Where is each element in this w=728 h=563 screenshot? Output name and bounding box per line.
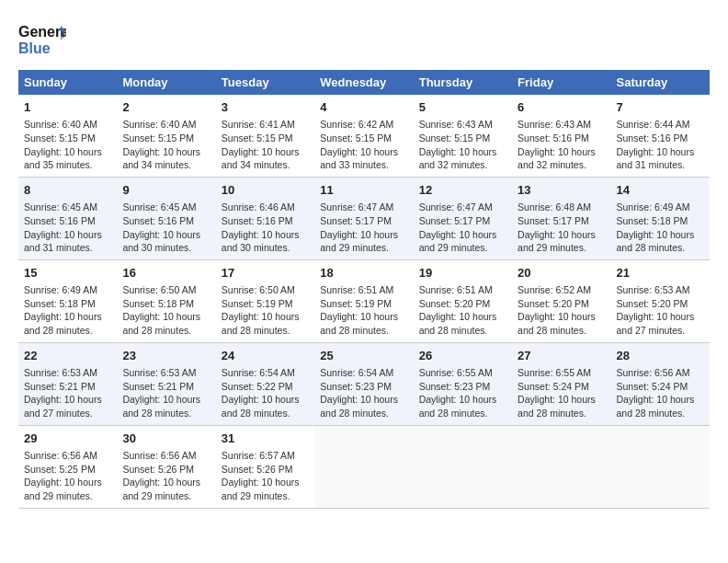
- calendar-cell: 30Sunrise: 6:56 AM Sunset: 5:26 PM Dayli…: [117, 425, 215, 508]
- day-number: 16: [122, 265, 210, 282]
- day-number: 1: [24, 99, 111, 116]
- calendar-cell: 14Sunrise: 6:49 AM Sunset: 5:18 PM Dayli…: [611, 177, 710, 259]
- page-header: General Blue: [18, 18, 710, 55]
- day-number: 29: [24, 431, 111, 447]
- calendar-week-row: 8Sunrise: 6:45 AM Sunset: 5:16 PM Daylig…: [18, 177, 710, 259]
- day-info: Sunrise: 6:45 AM Sunset: 5:16 PM Dayligh…: [122, 201, 210, 255]
- calendar-cell: 10Sunrise: 6:46 AM Sunset: 5:16 PM Dayli…: [216, 177, 314, 259]
- calendar-cell: 3Sunrise: 6:41 AM Sunset: 5:15 PM Daylig…: [216, 95, 314, 177]
- weekday-label: Wednesday: [314, 70, 413, 95]
- day-info: Sunrise: 6:47 AM Sunset: 5:17 PM Dayligh…: [419, 201, 506, 255]
- calendar-cell: 4Sunrise: 6:42 AM Sunset: 5:15 PM Daylig…: [314, 95, 413, 177]
- day-number: 3: [222, 99, 309, 116]
- svg-text:General: General: [18, 24, 66, 40]
- day-number: 31: [222, 431, 309, 447]
- weekday-label: Monday: [117, 70, 215, 95]
- day-info: Sunrise: 6:44 AM Sunset: 5:16 PM Dayligh…: [617, 118, 704, 172]
- day-number: 10: [222, 182, 309, 199]
- day-number: 9: [122, 182, 210, 199]
- day-info: Sunrise: 6:47 AM Sunset: 5:17 PM Dayligh…: [320, 201, 407, 255]
- calendar-cell: 13Sunrise: 6:48 AM Sunset: 5:17 PM Dayli…: [512, 177, 610, 259]
- day-info: Sunrise: 6:54 AM Sunset: 5:23 PM Dayligh…: [320, 366, 407, 420]
- day-info: Sunrise: 6:43 AM Sunset: 5:16 PM Dayligh…: [518, 118, 605, 172]
- weekday-label: Friday: [512, 70, 610, 95]
- day-info: Sunrise: 6:56 AM Sunset: 5:26 PM Dayligh…: [122, 449, 210, 503]
- day-number: 6: [518, 99, 605, 116]
- day-info: Sunrise: 6:55 AM Sunset: 5:23 PM Dayligh…: [419, 366, 506, 420]
- day-info: Sunrise: 6:53 AM Sunset: 5:21 PM Dayligh…: [122, 366, 210, 420]
- weekday-label: Tuesday: [216, 70, 314, 95]
- calendar-cell: [414, 425, 512, 508]
- weekday-label: Sunday: [18, 70, 117, 95]
- day-info: Sunrise: 6:51 AM Sunset: 5:19 PM Dayligh…: [320, 283, 407, 338]
- calendar-cell: 12Sunrise: 6:47 AM Sunset: 5:17 PM Dayli…: [414, 177, 512, 259]
- day-number: 18: [320, 265, 407, 282]
- day-number: 21: [617, 265, 704, 282]
- day-info: Sunrise: 6:46 AM Sunset: 5:16 PM Dayligh…: [222, 201, 309, 255]
- calendar-cell: 25Sunrise: 6:54 AM Sunset: 5:23 PM Dayli…: [314, 342, 413, 425]
- day-info: Sunrise: 6:52 AM Sunset: 5:20 PM Dayligh…: [518, 283, 605, 338]
- weekday-header-row: SundayMondayTuesdayWednesdayThursdayFrid…: [18, 70, 710, 95]
- day-info: Sunrise: 6:50 AM Sunset: 5:19 PM Dayligh…: [222, 283, 309, 338]
- day-info: Sunrise: 6:53 AM Sunset: 5:21 PM Dayligh…: [24, 366, 111, 420]
- calendar-cell: 16Sunrise: 6:50 AM Sunset: 5:18 PM Dayli…: [117, 259, 215, 342]
- day-number: 15: [24, 265, 111, 282]
- svg-text:Blue: Blue: [18, 40, 51, 56]
- logo-icon: General Blue: [18, 18, 63, 55]
- calendar-cell: [512, 425, 610, 508]
- day-info: Sunrise: 6:55 AM Sunset: 5:24 PM Dayligh…: [518, 366, 605, 420]
- calendar-cell: 5Sunrise: 6:43 AM Sunset: 5:15 PM Daylig…: [414, 95, 512, 177]
- calendar-cell: 27Sunrise: 6:55 AM Sunset: 5:24 PM Dayli…: [512, 342, 610, 425]
- day-number: 30: [122, 431, 210, 447]
- calendar-cell: 9Sunrise: 6:45 AM Sunset: 5:16 PM Daylig…: [117, 177, 215, 259]
- calendar-cell: 28Sunrise: 6:56 AM Sunset: 5:24 PM Dayli…: [611, 342, 710, 425]
- day-info: Sunrise: 6:53 AM Sunset: 5:20 PM Dayligh…: [617, 283, 704, 338]
- day-info: Sunrise: 6:54 AM Sunset: 5:22 PM Dayligh…: [222, 366, 309, 420]
- day-info: Sunrise: 6:49 AM Sunset: 5:18 PM Dayligh…: [24, 283, 111, 338]
- day-number: 12: [419, 182, 506, 199]
- calendar-cell: 17Sunrise: 6:50 AM Sunset: 5:19 PM Dayli…: [216, 259, 314, 342]
- calendar-cell: 6Sunrise: 6:43 AM Sunset: 5:16 PM Daylig…: [512, 95, 610, 177]
- calendar-table: SundayMondayTuesdayWednesdayThursdayFrid…: [18, 70, 710, 509]
- calendar-cell: 24Sunrise: 6:54 AM Sunset: 5:22 PM Dayli…: [216, 342, 314, 425]
- calendar-cell: 7Sunrise: 6:44 AM Sunset: 5:16 PM Daylig…: [611, 95, 710, 177]
- calendar-cell: 19Sunrise: 6:51 AM Sunset: 5:20 PM Dayli…: [414, 259, 512, 342]
- day-number: 7: [617, 99, 704, 116]
- day-number: 26: [419, 348, 506, 364]
- calendar-body: 1Sunrise: 6:40 AM Sunset: 5:15 PM Daylig…: [18, 95, 710, 508]
- day-info: Sunrise: 6:43 AM Sunset: 5:15 PM Dayligh…: [419, 118, 506, 172]
- calendar-week-row: 15Sunrise: 6:49 AM Sunset: 5:18 PM Dayli…: [18, 259, 710, 342]
- day-number: 2: [122, 99, 210, 116]
- day-info: Sunrise: 6:50 AM Sunset: 5:18 PM Dayligh…: [122, 283, 210, 338]
- day-info: Sunrise: 6:56 AM Sunset: 5:25 PM Dayligh…: [24, 449, 111, 503]
- weekday-label: Saturday: [611, 70, 710, 95]
- calendar-cell: [611, 425, 710, 508]
- calendar-cell: 8Sunrise: 6:45 AM Sunset: 5:16 PM Daylig…: [18, 177, 117, 259]
- day-number: 23: [122, 348, 210, 364]
- day-info: Sunrise: 6:40 AM Sunset: 5:15 PM Dayligh…: [24, 118, 111, 172]
- day-info: Sunrise: 6:42 AM Sunset: 5:15 PM Dayligh…: [320, 118, 407, 172]
- day-info: Sunrise: 6:57 AM Sunset: 5:26 PM Dayligh…: [222, 449, 309, 503]
- calendar-cell: 20Sunrise: 6:52 AM Sunset: 5:20 PM Dayli…: [512, 259, 610, 342]
- calendar-cell: 29Sunrise: 6:56 AM Sunset: 5:25 PM Dayli…: [18, 425, 117, 508]
- day-number: 24: [222, 348, 309, 364]
- day-info: Sunrise: 6:48 AM Sunset: 5:17 PM Dayligh…: [518, 201, 605, 255]
- day-number: 13: [518, 182, 605, 199]
- calendar-cell: 1Sunrise: 6:40 AM Sunset: 5:15 PM Daylig…: [18, 95, 117, 177]
- calendar-week-row: 1Sunrise: 6:40 AM Sunset: 5:15 PM Daylig…: [18, 95, 710, 177]
- calendar-cell: 2Sunrise: 6:40 AM Sunset: 5:15 PM Daylig…: [117, 95, 215, 177]
- logo: General Blue: [18, 18, 66, 55]
- weekday-label: Thursday: [414, 70, 512, 95]
- day-info: Sunrise: 6:45 AM Sunset: 5:16 PM Dayligh…: [24, 201, 111, 255]
- calendar-cell: 31Sunrise: 6:57 AM Sunset: 5:26 PM Dayli…: [216, 425, 314, 508]
- day-info: Sunrise: 6:49 AM Sunset: 5:18 PM Dayligh…: [617, 201, 704, 255]
- day-number: 25: [320, 348, 407, 364]
- calendar-cell: 18Sunrise: 6:51 AM Sunset: 5:19 PM Dayli…: [314, 259, 413, 342]
- day-number: 14: [617, 182, 704, 199]
- day-number: 20: [518, 265, 605, 282]
- calendar-cell: 15Sunrise: 6:49 AM Sunset: 5:18 PM Dayli…: [18, 259, 117, 342]
- day-number: 11: [320, 182, 407, 199]
- calendar-cell: 22Sunrise: 6:53 AM Sunset: 5:21 PM Dayli…: [18, 342, 117, 425]
- day-info: Sunrise: 6:40 AM Sunset: 5:15 PM Dayligh…: [122, 118, 210, 172]
- calendar-cell: 26Sunrise: 6:55 AM Sunset: 5:23 PM Dayli…: [414, 342, 512, 425]
